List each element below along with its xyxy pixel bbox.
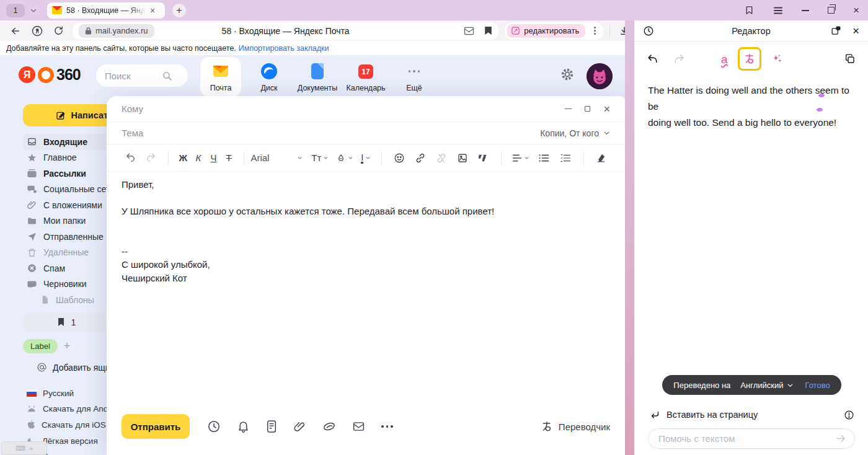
folder-sent[interactable]: Отправленные [23, 229, 116, 245]
ai-sparkles-icon[interactable] [771, 53, 784, 65]
tab-list-chevron-icon[interactable] [30, 7, 37, 14]
spellcheck-icon[interactable]: a [721, 53, 728, 65]
insert-to-page-button[interactable]: Вставить на страницу [650, 407, 854, 422]
compose-expand-icon[interactable] [585, 106, 590, 112]
redo-icon[interactable] [146, 152, 156, 163]
folder-attachments[interactable]: С вложениями [23, 197, 116, 213]
folder-newsletters[interactable]: Рассылки [23, 166, 116, 182]
folder-social[interactable]: Социальные сети [23, 182, 116, 198]
url-pill[interactable]: mail.yandex.ru [79, 24, 154, 38]
android-link[interactable]: Скачать для Android [23, 401, 116, 417]
template-icon[interactable] [266, 420, 277, 433]
user-avatar[interactable] [587, 63, 613, 89]
quote-icon[interactable] [478, 154, 489, 162]
compose-button[interactable]: Написать [23, 104, 115, 126]
new-tab-button[interactable]: + [172, 4, 186, 17]
edit-page-button[interactable]: редактировать [507, 24, 585, 38]
panel-undo-icon[interactable] [647, 53, 658, 65]
attach-from-disk-icon[interactable] [322, 421, 336, 432]
subject-field[interactable]: Тема Копии, От кого [107, 122, 625, 144]
folder-drafts[interactable]: Черновики [23, 276, 116, 293]
folder-spam[interactable]: Спам [23, 260, 116, 276]
numbered-list-icon[interactable] [560, 154, 571, 162]
info-icon[interactable] [844, 410, 854, 420]
label-pill[interactable]: Label [23, 339, 58, 353]
settings-gear-icon[interactable] [560, 67, 575, 82]
compose-minimize-icon[interactable] [565, 108, 572, 110]
send-button[interactable]: Отправить [122, 414, 190, 439]
app-calendar[interactable]: 17 Календарь [345, 57, 386, 97]
highlight-color-button[interactable] [336, 153, 353, 163]
bullet-list-icon[interactable] [539, 154, 549, 162]
app-more[interactable]: Ещё [394, 57, 435, 97]
selection-handle[interactable] [817, 108, 823, 112]
italic-button[interactable]: К [191, 152, 206, 163]
text-color-button[interactable]: I [361, 152, 371, 164]
address-bar[interactable]: mail.yandex.ru 58 · Входящие — Яндекс По… [73, 22, 498, 40]
unlink-icon[interactable] [436, 152, 447, 164]
app-disk[interactable]: Диск [249, 57, 290, 97]
cc-from-toggle[interactable]: Копии, От кого [540, 128, 610, 138]
folder-important[interactable]: Главное [23, 150, 116, 166]
submit-arrow-icon[interactable] [835, 433, 847, 444]
back-icon[interactable] [10, 25, 21, 37]
message-body[interactable]: Привет, У Шляпника все хорошо у остальны… [122, 178, 605, 285]
minimize-icon[interactable] [802, 10, 809, 11]
compose-close-icon[interactable]: × [603, 104, 610, 115]
app-mail[interactable]: Почта [200, 57, 241, 97]
reminder-bell-icon[interactable] [237, 420, 250, 433]
translate-highlight-box[interactable] [738, 47, 761, 71]
folder-deleted[interactable]: Удалённые [23, 245, 116, 261]
restore-icon[interactable] [828, 7, 835, 14]
language-link[interactable]: Русский [23, 386, 116, 402]
collapsed-widget[interactable]: ⌨» [1, 441, 47, 455]
font-chevron-icon[interactable] [297, 155, 303, 161]
done-button[interactable]: Готово [805, 381, 830, 390]
ios-link[interactable]: Скачать для iOS [23, 417, 116, 433]
tab-close-icon[interactable]: × [150, 6, 155, 15]
folder-templates[interactable]: Шаблоны [23, 292, 116, 308]
mailto-icon[interactable] [464, 27, 474, 35]
insert-image-icon[interactable] [457, 152, 468, 164]
underline-button[interactable]: Ч [206, 152, 221, 163]
yandex-button-icon[interactable] [31, 25, 43, 37]
selection-handle[interactable] [818, 94, 825, 97]
add-mailbox-button[interactable]: Добавить ящик [23, 360, 116, 376]
search-box[interactable] [96, 64, 188, 87]
extension-more-icon[interactable] [594, 30, 596, 32]
tab-counter[interactable]: 1 [6, 4, 25, 17]
panel-redo-icon[interactable] [673, 53, 685, 65]
font-size-button[interactable]: Тт [311, 152, 329, 163]
translated-text[interactable]: The Hatter is doing well and the others … [648, 82, 856, 131]
bold-button[interactable]: Ж [175, 152, 191, 163]
add-label-button[interactable]: + [64, 340, 71, 353]
search-input[interactable] [105, 71, 162, 81]
sidebar-panel-icon[interactable] [744, 5, 755, 15]
attach-file-icon[interactable] [293, 420, 306, 433]
copy-icon[interactable] [844, 53, 856, 64]
reload-icon[interactable] [53, 25, 64, 36]
app-docs[interactable]: Документы [297, 57, 338, 97]
close-window-icon[interactable]: × [853, 5, 859, 15]
folder-my-folders[interactable]: Мои папки [23, 213, 116, 229]
import-bookmarks-link[interactable]: Импортировать закладки [239, 44, 329, 53]
font-family-select[interactable]: Arial [250, 152, 297, 163]
bookmark-icon[interactable] [484, 26, 492, 35]
more-options-icon[interactable] [381, 425, 393, 428]
bookmarks-folder[interactable]: 1 [23, 313, 110, 332]
eraser-icon[interactable] [596, 152, 606, 163]
align-button[interactable] [512, 154, 529, 162]
browser-tab[interactable]: 58 · Входящие — Янде × [47, 2, 165, 19]
to-field[interactable]: Кому × [107, 96, 625, 122]
translator-button[interactable]: Переводчик [541, 420, 610, 433]
yandex360-logo[interactable]: Я 360 [19, 66, 81, 84]
search-icon[interactable] [162, 71, 172, 81]
schedule-send-icon[interactable] [207, 420, 221, 433]
attach-from-mail-icon[interactable] [352, 421, 365, 432]
undo-icon[interactable] [125, 152, 136, 163]
ai-prompt-box[interactable] [648, 428, 855, 449]
language-select[interactable]: Английский [740, 381, 794, 390]
emoji-icon[interactable] [394, 152, 405, 164]
link-icon[interactable] [415, 152, 426, 164]
strikethrough-button[interactable]: Т [221, 152, 237, 163]
